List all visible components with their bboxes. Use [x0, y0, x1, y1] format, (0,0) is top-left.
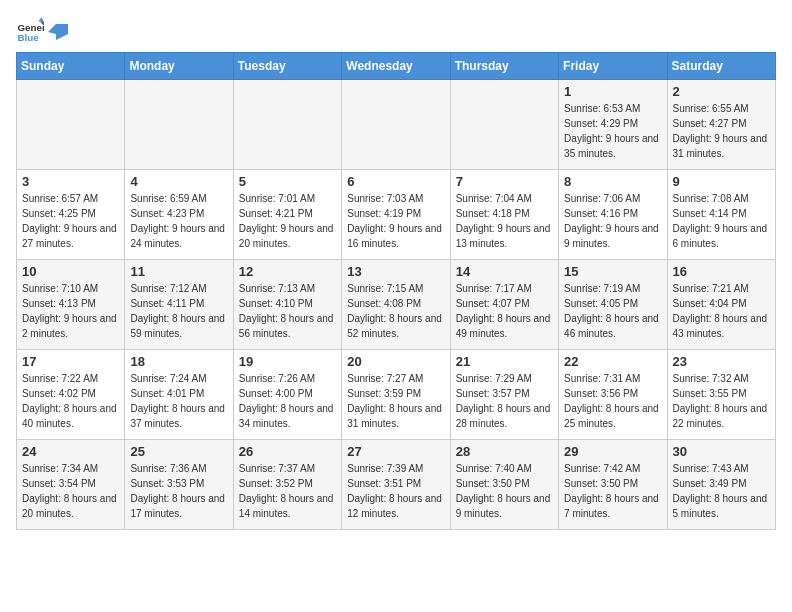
day-info: Sunrise: 7:26 AMSunset: 4:00 PMDaylight:… [239, 371, 336, 431]
day-info: Sunrise: 7:31 AMSunset: 3:56 PMDaylight:… [564, 371, 661, 431]
day-info: Sunrise: 6:55 AMSunset: 4:27 PMDaylight:… [673, 101, 770, 161]
day-number: 3 [22, 174, 119, 189]
day-cell: 10Sunrise: 7:10 AMSunset: 4:13 PMDayligh… [17, 260, 125, 350]
day-cell: 29Sunrise: 7:42 AMSunset: 3:50 PMDayligh… [559, 440, 667, 530]
day-number: 19 [239, 354, 336, 369]
day-number: 9 [673, 174, 770, 189]
day-info: Sunrise: 7:04 AMSunset: 4:18 PMDaylight:… [456, 191, 553, 251]
day-cell [342, 80, 450, 170]
day-cell: 19Sunrise: 7:26 AMSunset: 4:00 PMDayligh… [233, 350, 341, 440]
svg-marker-2 [38, 17, 44, 21]
day-cell: 16Sunrise: 7:21 AMSunset: 4:04 PMDayligh… [667, 260, 775, 350]
day-cell: 5Sunrise: 7:01 AMSunset: 4:21 PMDaylight… [233, 170, 341, 260]
day-cell [233, 80, 341, 170]
day-header-sunday: Sunday [17, 53, 125, 80]
day-header-friday: Friday [559, 53, 667, 80]
day-number: 18 [130, 354, 227, 369]
svg-marker-4 [48, 24, 68, 40]
day-number: 2 [673, 84, 770, 99]
day-info: Sunrise: 7:42 AMSunset: 3:50 PMDaylight:… [564, 461, 661, 521]
day-info: Sunrise: 7:22 AMSunset: 4:02 PMDaylight:… [22, 371, 119, 431]
day-info: Sunrise: 7:40 AMSunset: 3:50 PMDaylight:… [456, 461, 553, 521]
day-number: 22 [564, 354, 661, 369]
day-number: 10 [22, 264, 119, 279]
day-number: 5 [239, 174, 336, 189]
day-cell: 25Sunrise: 7:36 AMSunset: 3:53 PMDayligh… [125, 440, 233, 530]
day-cell: 30Sunrise: 7:43 AMSunset: 3:49 PMDayligh… [667, 440, 775, 530]
day-info: Sunrise: 7:27 AMSunset: 3:59 PMDaylight:… [347, 371, 444, 431]
day-info: Sunrise: 7:13 AMSunset: 4:10 PMDaylight:… [239, 281, 336, 341]
day-cell: 26Sunrise: 7:37 AMSunset: 3:52 PMDayligh… [233, 440, 341, 530]
day-number: 28 [456, 444, 553, 459]
day-number: 21 [456, 354, 553, 369]
days-header-row: SundayMondayTuesdayWednesdayThursdayFrid… [17, 53, 776, 80]
week-row-4: 17Sunrise: 7:22 AMSunset: 4:02 PMDayligh… [17, 350, 776, 440]
day-number: 27 [347, 444, 444, 459]
header: General Blue [16, 16, 776, 44]
day-info: Sunrise: 7:39 AMSunset: 3:51 PMDaylight:… [347, 461, 444, 521]
day-cell: 4Sunrise: 6:59 AMSunset: 4:23 PMDaylight… [125, 170, 233, 260]
logo-icon: General Blue [16, 16, 44, 44]
logo: General Blue [16, 16, 68, 44]
day-cell [125, 80, 233, 170]
day-info: Sunrise: 7:34 AMSunset: 3:54 PMDaylight:… [22, 461, 119, 521]
day-info: Sunrise: 7:06 AMSunset: 4:16 PMDaylight:… [564, 191, 661, 251]
day-number: 13 [347, 264, 444, 279]
day-cell: 14Sunrise: 7:17 AMSunset: 4:07 PMDayligh… [450, 260, 558, 350]
day-cell [17, 80, 125, 170]
day-info: Sunrise: 7:37 AMSunset: 3:52 PMDaylight:… [239, 461, 336, 521]
day-info: Sunrise: 6:57 AMSunset: 4:25 PMDaylight:… [22, 191, 119, 251]
day-info: Sunrise: 7:24 AMSunset: 4:01 PMDaylight:… [130, 371, 227, 431]
day-number: 11 [130, 264, 227, 279]
logo-arrow-icon [48, 24, 68, 40]
day-info: Sunrise: 7:43 AMSunset: 3:49 PMDaylight:… [673, 461, 770, 521]
day-info: Sunrise: 7:17 AMSunset: 4:07 PMDaylight:… [456, 281, 553, 341]
day-cell: 7Sunrise: 7:04 AMSunset: 4:18 PMDaylight… [450, 170, 558, 260]
day-cell [450, 80, 558, 170]
day-info: Sunrise: 6:53 AMSunset: 4:29 PMDaylight:… [564, 101, 661, 161]
day-cell: 27Sunrise: 7:39 AMSunset: 3:51 PMDayligh… [342, 440, 450, 530]
day-number: 15 [564, 264, 661, 279]
day-number: 30 [673, 444, 770, 459]
day-info: Sunrise: 7:15 AMSunset: 4:08 PMDaylight:… [347, 281, 444, 341]
day-number: 17 [22, 354, 119, 369]
week-row-2: 3Sunrise: 6:57 AMSunset: 4:25 PMDaylight… [17, 170, 776, 260]
day-number: 25 [130, 444, 227, 459]
day-cell: 1Sunrise: 6:53 AMSunset: 4:29 PMDaylight… [559, 80, 667, 170]
day-info: Sunrise: 7:29 AMSunset: 3:57 PMDaylight:… [456, 371, 553, 431]
day-header-thursday: Thursday [450, 53, 558, 80]
day-cell: 8Sunrise: 7:06 AMSunset: 4:16 PMDaylight… [559, 170, 667, 260]
day-info: Sunrise: 7:12 AMSunset: 4:11 PMDaylight:… [130, 281, 227, 341]
day-header-tuesday: Tuesday [233, 53, 341, 80]
day-cell: 2Sunrise: 6:55 AMSunset: 4:27 PMDaylight… [667, 80, 775, 170]
day-number: 24 [22, 444, 119, 459]
day-cell: 11Sunrise: 7:12 AMSunset: 4:11 PMDayligh… [125, 260, 233, 350]
day-number: 7 [456, 174, 553, 189]
day-cell: 6Sunrise: 7:03 AMSunset: 4:19 PMDaylight… [342, 170, 450, 260]
week-row-5: 24Sunrise: 7:34 AMSunset: 3:54 PMDayligh… [17, 440, 776, 530]
day-info: Sunrise: 7:19 AMSunset: 4:05 PMDaylight:… [564, 281, 661, 341]
day-cell: 17Sunrise: 7:22 AMSunset: 4:02 PMDayligh… [17, 350, 125, 440]
day-number: 29 [564, 444, 661, 459]
day-number: 23 [673, 354, 770, 369]
day-number: 12 [239, 264, 336, 279]
day-number: 26 [239, 444, 336, 459]
day-info: Sunrise: 7:03 AMSunset: 4:19 PMDaylight:… [347, 191, 444, 251]
day-cell: 18Sunrise: 7:24 AMSunset: 4:01 PMDayligh… [125, 350, 233, 440]
day-cell: 23Sunrise: 7:32 AMSunset: 3:55 PMDayligh… [667, 350, 775, 440]
calendar-table: SundayMondayTuesdayWednesdayThursdayFrid… [16, 52, 776, 530]
day-number: 1 [564, 84, 661, 99]
day-cell: 24Sunrise: 7:34 AMSunset: 3:54 PMDayligh… [17, 440, 125, 530]
day-info: Sunrise: 7:10 AMSunset: 4:13 PMDaylight:… [22, 281, 119, 341]
day-info: Sunrise: 6:59 AMSunset: 4:23 PMDaylight:… [130, 191, 227, 251]
day-number: 8 [564, 174, 661, 189]
day-cell: 28Sunrise: 7:40 AMSunset: 3:50 PMDayligh… [450, 440, 558, 530]
day-cell: 12Sunrise: 7:13 AMSunset: 4:10 PMDayligh… [233, 260, 341, 350]
day-header-monday: Monday [125, 53, 233, 80]
day-cell: 3Sunrise: 6:57 AMSunset: 4:25 PMDaylight… [17, 170, 125, 260]
day-info: Sunrise: 7:01 AMSunset: 4:21 PMDaylight:… [239, 191, 336, 251]
day-header-wednesday: Wednesday [342, 53, 450, 80]
day-info: Sunrise: 7:36 AMSunset: 3:53 PMDaylight:… [130, 461, 227, 521]
day-number: 6 [347, 174, 444, 189]
day-cell: 15Sunrise: 7:19 AMSunset: 4:05 PMDayligh… [559, 260, 667, 350]
